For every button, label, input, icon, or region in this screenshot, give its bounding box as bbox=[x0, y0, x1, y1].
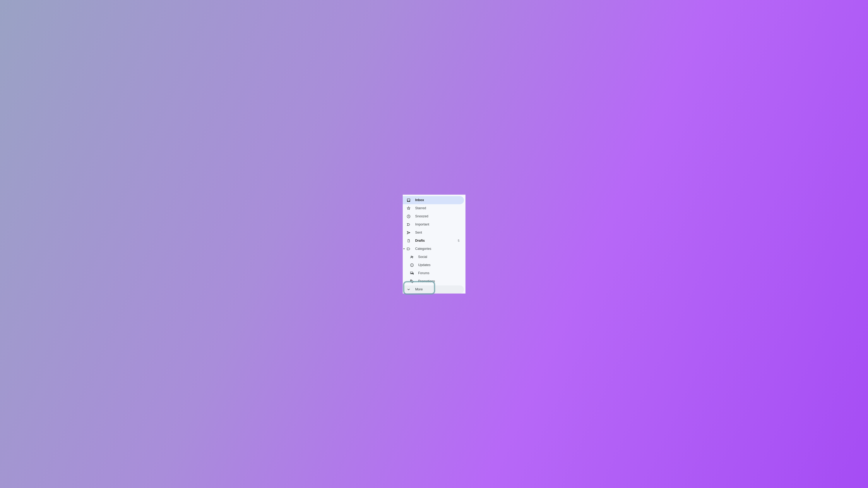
label-icon bbox=[406, 247, 411, 251]
sidebar-item-label: Categories bbox=[415, 247, 461, 251]
svg-point-4 bbox=[411, 264, 412, 265]
svg-point-5 bbox=[411, 280, 411, 281]
sidebar-item-label: Promotions bbox=[418, 279, 461, 283]
sidebar-item-label: Sent bbox=[415, 231, 461, 234]
clock-icon bbox=[406, 214, 411, 219]
sidebar-item-label: Snoozed bbox=[415, 215, 461, 218]
sidebar-item-drafts[interactable]: Drafts 5 bbox=[403, 237, 464, 245]
sidebar-item-promotions[interactable]: Promotions bbox=[403, 277, 464, 285]
sidebar-item-label: More bbox=[415, 288, 461, 291]
info-icon bbox=[410, 263, 414, 267]
inbox-icon bbox=[406, 198, 411, 202]
drafts-count: 5 bbox=[458, 239, 461, 242]
send-icon bbox=[406, 230, 411, 235]
sidebar-item-updates[interactable]: Updates bbox=[403, 261, 464, 269]
sidebar-item-forums[interactable]: Forums bbox=[403, 269, 464, 277]
sidebar-panel: Inbox Starred Snoozed Important Sent Dra… bbox=[403, 195, 465, 294]
sidebar-item-inbox[interactable]: Inbox bbox=[403, 196, 464, 204]
sidebar-item-social[interactable]: Social bbox=[403, 253, 464, 261]
sidebar-item-label: Drafts bbox=[415, 239, 458, 242]
sidebar-item-label: Starred bbox=[415, 206, 461, 210]
sidebar-item-label: Forums bbox=[418, 271, 461, 275]
sidebar-item-label: Updates bbox=[418, 263, 461, 267]
sidebar-item-more[interactable]: More bbox=[403, 285, 464, 294]
sidebar-item-snoozed[interactable]: Snoozed bbox=[403, 213, 464, 221]
caret-down-icon[interactable] bbox=[403, 248, 406, 250]
sidebar-item-categories[interactable]: Categories bbox=[403, 245, 464, 253]
sidebar-item-starred[interactable]: Starred bbox=[403, 204, 464, 213]
sidebar-item-label: Inbox bbox=[415, 198, 461, 202]
svg-point-1 bbox=[411, 256, 412, 257]
sidebar-item-label: Social bbox=[418, 255, 461, 259]
chevron-down-icon bbox=[406, 287, 411, 292]
file-icon bbox=[406, 238, 411, 243]
important-icon bbox=[406, 222, 411, 227]
forum-icon bbox=[410, 271, 414, 275]
sidebar-item-label: Important bbox=[415, 223, 461, 226]
svg-point-2 bbox=[412, 256, 413, 257]
tag-icon bbox=[410, 279, 414, 284]
star-icon bbox=[406, 206, 411, 210]
people-icon bbox=[410, 255, 414, 259]
sidebar-item-sent[interactable]: Sent bbox=[403, 229, 464, 237]
sidebar-item-important[interactable]: Important bbox=[403, 221, 464, 229]
